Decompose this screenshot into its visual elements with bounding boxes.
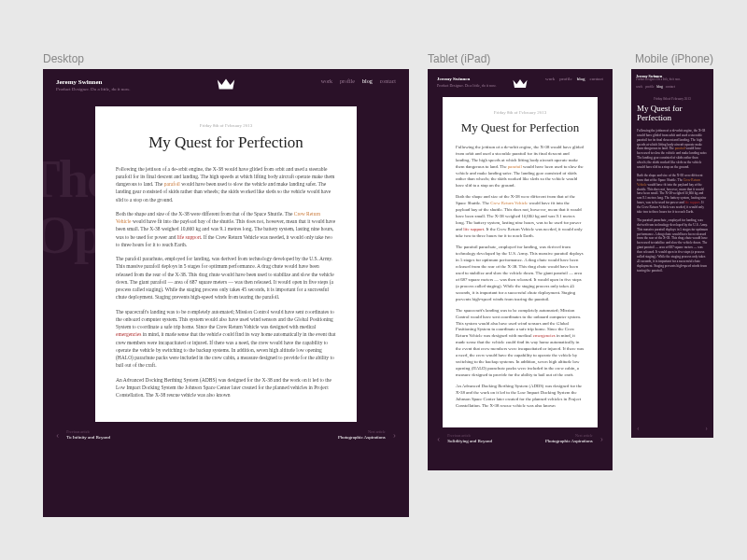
label-desktop: Desktop [43,52,84,65]
prev-article[interactable]: Previous article Solidifying and Beyond [447,433,492,443]
article-body: Following the jettison of a de-orbit eng… [456,145,585,410]
next-arrow-icon[interactable]: › [393,429,396,440]
article-date: Friday 8th of February 2013 [116,123,336,128]
link-life-support[interactable]: life support [177,234,201,240]
pager: ‹ Previous article Solidifying and Beyon… [428,427,613,449]
header: Jeremy Swinnen Product Designer. Do a li… [43,69,409,99]
frame-tablet: Jeremy Swinnen Product Designer. Do a li… [428,69,613,470]
brand-tagline: Product Designer. Do a little, do it now… [56,87,130,93]
article-body: Following the jettison of a de-orbit eng… [631,129,713,273]
nav: work profile blog contact [545,77,603,81]
prev-arrow-icon[interactable]: ‹ [437,433,440,443]
brand-name: Jeremy Swinnen [56,78,130,87]
link-parafoil[interactable]: parafoil [508,164,522,169]
label-mobile: Mobile (iPhone) [635,52,713,65]
frame-mobile: Jeremy Swinnen Product Designer. Do a li… [631,69,713,438]
nav-blog[interactable]: blog [362,78,373,84]
article-date: Friday 8th of February 2013 [637,97,708,101]
prev-arrow-icon[interactable]: ‹ [56,429,59,440]
brand[interactable]: Jeremy Swinnen Product Designer. Do a li… [636,74,681,82]
nav-contact[interactable]: contact [666,85,675,89]
nav-contact[interactable]: contact [380,78,396,84]
nav-blog[interactable]: blog [657,85,663,89]
crown-logo[interactable] [216,77,236,95]
article-title: My Quest for Perfection [116,133,336,152]
nav: work profile blog contact [636,85,675,89]
article-body: Following the jettison of a de-orbit eng… [116,165,336,399]
article-card: Friday 8th of February 2013 My Quest for… [443,97,598,427]
nav-profile[interactable]: profile [340,78,355,84]
brand[interactable]: Jeremy Swinnen Product Designer. Do a li… [56,78,130,93]
frame-desktop: Thoughts & Opinions Jeremy Swinnen Produ… [43,69,409,517]
article-title: My Quest for Perfection [456,120,585,135]
canvas: Desktop Tablet (iPad) Mobile (iPhone) Th… [0,0,747,560]
header: Jeremy Swinnen Product Designer. Do a li… [428,69,613,91]
next-article[interactable]: Next article Photographic Aspirations [338,429,386,440]
nav-work[interactable]: work [545,77,555,81]
crown-logo[interactable] [512,77,529,93]
link-crv[interactable]: Crew Return Vehicle [490,201,528,205]
nav-profile[interactable]: profile [645,85,654,89]
nav-blog[interactable]: blog [577,77,585,81]
nav-work[interactable]: work [636,85,642,89]
prev-article[interactable]: Previous article To Infinity and Beyond [66,429,110,440]
article-title: My Quest for Perfection [637,105,708,123]
link-life-support[interactable]: life support [684,201,699,204]
link-parafoil[interactable]: parafoil [164,181,180,187]
pager: ‹ › [631,424,713,432]
article-card: Friday 8th of February 2013 My Quest for… [95,106,357,423]
nav-profile[interactable]: profile [559,77,571,81]
link-life-support[interactable]: life support [463,227,484,231]
header: Jeremy Swinnen Product Designer. Do a li… [631,69,713,91]
link-emergencies[interactable]: emergencies [533,333,556,338]
label-tablet: Tablet (iPad) [428,52,490,65]
pager: ‹ Previous article To Infinity and Beyon… [43,422,409,447]
prev-arrow-icon[interactable]: ‹ [637,424,640,432]
next-arrow-icon[interactable]: › [705,424,708,432]
nav: work profile blog contact [321,78,396,84]
next-arrow-icon[interactable]: › [600,433,603,443]
article-date: Friday 8th of February 2013 [456,110,585,115]
nav-work[interactable]: work [321,78,332,84]
next-article[interactable]: Next article Photographic Aspirations [545,433,593,443]
brand[interactable]: Jeremy Swinnen Product Designer. Do a li… [437,77,497,88]
link-emergencies[interactable]: emergencies [116,331,141,337]
link-parafoil[interactable]: parafoil [675,147,685,150]
nav-contact[interactable]: contact [590,77,603,81]
